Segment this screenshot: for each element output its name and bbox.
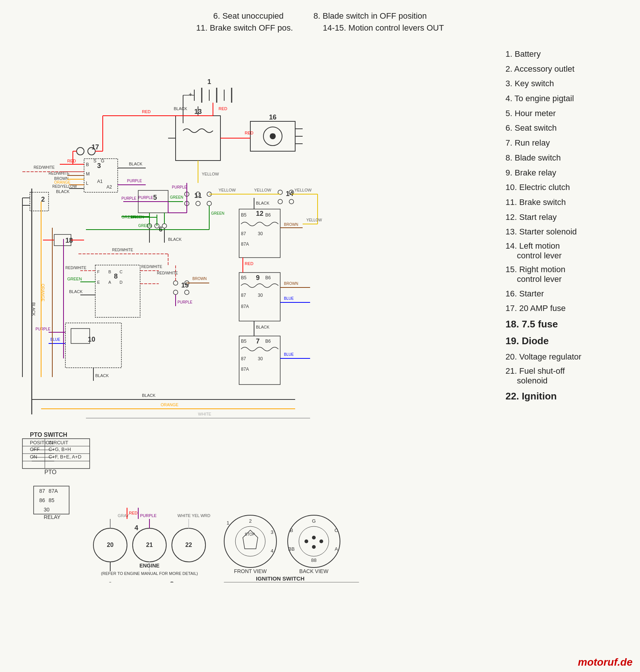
svg-text:YELLOW: YELLOW	[219, 188, 236, 192]
svg-text:87A: 87A	[241, 367, 249, 372]
svg-text:B5: B5	[241, 212, 247, 218]
svg-text:ORANGE: ORANGE	[54, 180, 71, 184]
svg-text:RED: RED	[129, 511, 137, 515]
svg-point-281	[304, 539, 308, 543]
legend-text-7: Run relay	[514, 138, 550, 147]
svg-text:ORANGE: ORANGE	[41, 284, 45, 302]
svg-text:87A: 87A	[241, 242, 249, 247]
svg-text:30: 30	[258, 356, 263, 361]
svg-text:BLUE: BLUE	[284, 352, 294, 357]
svg-text:PURPLE: PURPLE	[121, 196, 136, 200]
svg-text:L: L	[86, 181, 89, 186]
svg-text:ORANGE: ORANGE	[161, 402, 179, 407]
svg-text:M: M	[270, 133, 275, 139]
svg-text:FRONT VIEW: FRONT VIEW	[234, 568, 267, 574]
svg-text:87: 87	[241, 356, 246, 361]
legend-item-16: 16. Starter	[505, 288, 633, 299]
svg-text:C+F, B+E, A+D: C+F, B+E, A+D	[49, 454, 81, 460]
legend-item-17: 17. 20 AMP fuse	[505, 303, 633, 314]
legend-num-15: 15.	[505, 265, 517, 274]
svg-text:GRAY: GRAY	[118, 513, 129, 518]
legend-num-2: 2.	[505, 64, 512, 74]
svg-text:9: 9	[256, 274, 260, 281]
svg-text:RED/WHITE: RED/WHITE	[157, 271, 178, 275]
svg-rect-0	[11, 41, 422, 582]
svg-text:RED/WHITE: RED/WHITE	[65, 266, 86, 270]
svg-text:BACK VIEW: BACK VIEW	[299, 568, 329, 574]
svg-text:BLACK: BLACK	[256, 325, 270, 329]
svg-point-280	[312, 545, 316, 549]
svg-text:A1: A1	[97, 179, 103, 184]
legend-num-20: 20.	[505, 352, 517, 361]
svg-text:BLACK: BLACK	[256, 201, 270, 205]
legend-num-22: 22.	[505, 391, 519, 402]
svg-text:21: 21	[146, 542, 153, 548]
svg-text:PURPLE: PURPLE	[140, 513, 157, 518]
legend-text-6: Seat switch	[514, 123, 557, 133]
legend-num-17: 17.	[505, 304, 517, 313]
legend-num-13: 13.	[505, 227, 517, 236]
svg-text:87A: 87A	[49, 488, 58, 494]
svg-text:C+G, B+H: C+G, B+H	[49, 447, 71, 452]
motoruf-logo: motoruf.de	[578, 656, 633, 668]
svg-text:ENGINE: ENGINE	[139, 563, 160, 569]
legend-text-9: Brake relay	[514, 168, 556, 177]
svg-text:B5: B5	[241, 275, 247, 280]
svg-text:12: 12	[256, 210, 263, 217]
legend-text-1: Battery	[514, 49, 541, 59]
legend-item-10: 10. Electric clutch	[505, 182, 633, 193]
svg-text:RELAY: RELAY	[44, 514, 61, 520]
legend-text-3: Key switch	[514, 79, 554, 88]
svg-text:30: 30	[258, 293, 263, 298]
svg-text:10: 10	[88, 336, 95, 343]
legend-area: 1. Battery 2. Accessory outlet 3. Key sw…	[505, 49, 633, 407]
svg-text:BROWN: BROWN	[192, 277, 207, 281]
legend-item-4: 4. To engine pigtail	[505, 93, 633, 104]
legend-num-6: 6.	[505, 123, 512, 133]
condition-motion: 14-15. Motion control levers OUT	[323, 23, 444, 33]
svg-text:S: S	[93, 158, 96, 164]
legend-num-12: 12.	[505, 212, 517, 222]
svg-text:PURPLE: PURPLE	[127, 179, 142, 183]
svg-text:C: C	[334, 528, 338, 533]
svg-text:PURPLE: PURPLE	[35, 327, 50, 331]
svg-text:20: 20	[107, 542, 114, 548]
svg-text:BROWN: BROWN	[284, 223, 298, 227]
svg-text:5: 5	[153, 194, 157, 201]
svg-text:BLACK: BLACK	[31, 302, 36, 316]
legend-item-12: 12. Start relay	[505, 212, 633, 223]
svg-text:RED: RED	[245, 261, 253, 266]
svg-text:WHITE: WHITE	[198, 412, 211, 416]
svg-text:B: B	[86, 162, 89, 167]
legend-text-22: Ignition	[522, 391, 557, 402]
condition-blade: 8. Blade switch in OFF position	[313, 11, 427, 21]
svg-text:A: A	[108, 280, 111, 284]
svg-text:PTO: PTO	[44, 469, 57, 475]
legend-num-10: 10.	[505, 183, 517, 192]
svg-text:OFF: OFF	[30, 447, 40, 452]
svg-text:REMOVABLE: REMOVABLE	[189, 582, 216, 582]
svg-text:G: G	[312, 518, 316, 524]
legend-item-14: 14. Left motion control lever	[505, 241, 633, 261]
svg-text:RED: RED	[245, 131, 253, 135]
legend-num-9: 9.	[505, 168, 512, 177]
svg-text:RED: RED	[142, 109, 151, 114]
legend-item-5: 5. Hour meter	[505, 108, 633, 119]
svg-text:87A: 87A	[241, 304, 249, 309]
legend-item-19: 19. Diode	[505, 335, 633, 348]
legend-item-11: 11. Brake switch	[505, 197, 633, 208]
svg-text:B5: B5	[241, 339, 247, 344]
svg-text:1: 1	[207, 78, 211, 85]
main-container: 6. Seat unoccupied 8. Blade switch in OF…	[0, 0, 640, 672]
svg-text:BB: BB	[288, 546, 294, 552]
svg-text:2: 2	[41, 196, 45, 203]
top-conditions: 6. Seat unoccupied 8. Blade switch in OF…	[75, 11, 565, 35]
legend-text-5: Hour meter	[514, 109, 556, 118]
svg-text:RED/WHITE: RED/WHITE	[141, 265, 162, 269]
svg-text:(REFER TO ENGINE MANUAL FOR MO: (REFER TO ENGINE MANUAL FOR MORE DETAIL)	[101, 571, 198, 576]
legend-num-11: 11.	[505, 197, 517, 207]
svg-text:IGNITION SWITCH: IGNITION SWITCH	[256, 575, 304, 582]
svg-text:B: B	[290, 528, 293, 533]
svg-text:+: +	[189, 91, 192, 97]
legend-num-7: 7.	[505, 138, 512, 147]
